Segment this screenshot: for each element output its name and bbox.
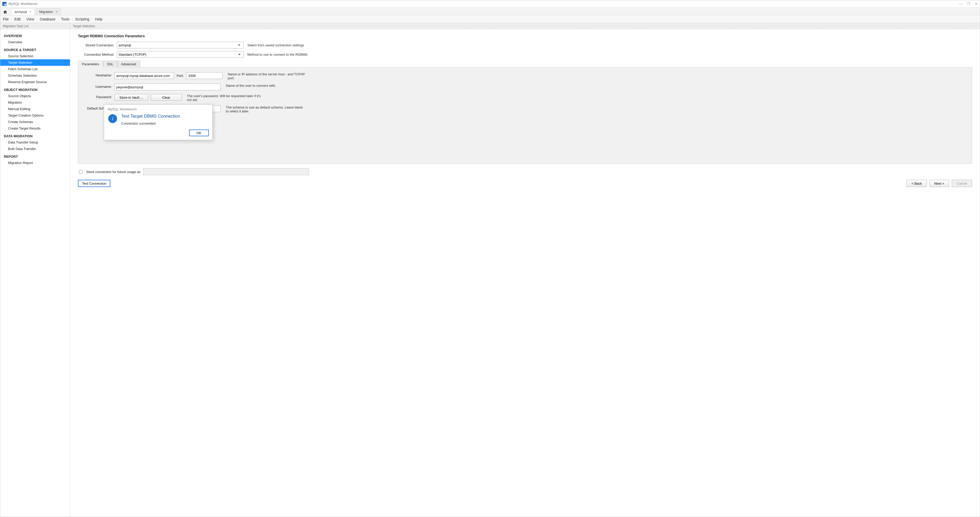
- test-connection-dialog: MySQL Workbench i Test Target DBMS Conne…: [104, 104, 213, 140]
- migration-task-sidebar: Migration Task List OVERVIEW Overview SO…: [0, 23, 70, 517]
- username-label: Username:: [83, 84, 115, 89]
- dialog-heading: Test Target DBMS Connection: [121, 114, 180, 119]
- close-icon[interactable]: ×: [30, 10, 32, 14]
- task-item-reverse-engineer[interactable]: Reverse Engineer Source: [0, 79, 70, 85]
- task-item-fetch-schemas[interactable]: Fetch Schemas List: [0, 66, 70, 72]
- username-input[interactable]: [115, 84, 221, 91]
- task-item-bulk-data-transfer[interactable]: Bulk Data Transfer: [0, 146, 70, 152]
- tab-ssl[interactable]: SSL: [103, 60, 117, 68]
- task-item-create-schemas[interactable]: Create Schemas: [0, 119, 70, 125]
- hostname-hint: Name or IP address of the server host - …: [228, 72, 305, 80]
- dialog-app-label: MySQL Workbench: [104, 105, 212, 111]
- username-hint: Name of the user to connect with.: [226, 84, 276, 87]
- task-item-source-objects[interactable]: Source Objects: [0, 93, 70, 99]
- menu-tools[interactable]: Tools: [61, 17, 70, 21]
- store-future-label: Store connection for future usage as: [86, 170, 141, 174]
- task-group-source-target: SOURCE & TARGET: [0, 45, 70, 53]
- menu-help[interactable]: Help: [95, 17, 103, 21]
- window-minimize-button[interactable]: —: [959, 2, 963, 6]
- task-group-object-migration: OBJECT MIGRATION: [0, 85, 70, 93]
- connection-inner-tabs: Parameters SSL Advanced: [78, 60, 972, 67]
- sidebar-header: Migration Task List: [0, 23, 70, 29]
- window-close-button[interactable]: ✕: [975, 2, 978, 6]
- content-area: Target Selection Target RDBMS Connection…: [70, 23, 980, 517]
- task-group-report: REPORT: [0, 152, 70, 159]
- port-input[interactable]: [186, 72, 223, 79]
- back-button[interactable]: < Back: [907, 180, 927, 187]
- clear-password-button[interactable]: Clear: [151, 94, 182, 101]
- dialog-message: Connection succeeded.: [121, 121, 180, 126]
- task-list: OVERVIEW Overview SOURCE & TARGET Source…: [0, 29, 70, 169]
- close-icon[interactable]: ×: [56, 10, 58, 14]
- store-future-checkbox[interactable]: [79, 170, 83, 174]
- titlebar: MySQL Workbench — ❐ ✕: [0, 0, 980, 8]
- hostname-input[interactable]: [115, 72, 174, 79]
- task-item-target-creation-options[interactable]: Target Creation Options: [0, 112, 70, 119]
- password-hint: The user's password. Will be requested l…: [187, 94, 265, 102]
- task-item-target-selection[interactable]: Target Selection: [0, 59, 70, 66]
- tab-migration[interactable]: Migration ×: [36, 8, 61, 15]
- stored-connection-select[interactable]: azmysql: [117, 42, 244, 48]
- test-connection-button[interactable]: Test Connection: [78, 180, 110, 187]
- next-button[interactable]: Next >: [929, 180, 949, 187]
- store-future-input[interactable]: [143, 169, 309, 175]
- task-item-migration[interactable]: Migration: [0, 99, 70, 106]
- home-icon[interactable]: [2, 10, 8, 15]
- app-title: MySQL Workbench: [8, 2, 38, 6]
- app-icon: [2, 2, 6, 6]
- task-group-overview: OVERVIEW: [0, 31, 70, 39]
- port-label: Port:: [177, 74, 184, 78]
- menu-edit[interactable]: Edit: [14, 17, 21, 21]
- connection-method-select[interactable]: Standard (TCP/IP): [117, 51, 244, 58]
- content-header: Target Selection: [70, 23, 980, 29]
- task-item-data-transfer-setup[interactable]: Data Transfer Setup: [0, 139, 70, 146]
- tab-parameters[interactable]: Parameters: [78, 60, 103, 68]
- hostname-label: Hostname:: [83, 72, 115, 77]
- dialog-ok-button[interactable]: OK: [189, 129, 209, 136]
- tab-label: Migration: [39, 10, 53, 14]
- content-title: Target Selection: [73, 24, 95, 28]
- menu-file[interactable]: File: [3, 17, 9, 21]
- task-item-overview[interactable]: Overview: [0, 39, 70, 45]
- menu-view[interactable]: View: [26, 17, 34, 21]
- section-title: Target RDBMS Connection Parameters: [78, 34, 972, 38]
- menubar: File Edit View Database Tools Scripting …: [0, 15, 980, 23]
- task-group-data-migration: DATA MIGRATION: [0, 132, 70, 139]
- store-in-vault-button[interactable]: Store in Vault ...: [115, 94, 148, 101]
- connection-method-label: Connection Method:: [78, 52, 117, 56]
- document-tabstrip: azmysql × Migration ×: [0, 8, 980, 15]
- task-item-schemas-selection[interactable]: Schemas Selection: [0, 72, 70, 79]
- tab-advanced[interactable]: Advanced: [117, 60, 140, 68]
- default-schema-hint: The schema to use as default schema. Lea…: [226, 105, 304, 113]
- stored-connection-hint: Select from saved connection settings: [247, 43, 304, 47]
- window-maximize-button[interactable]: ❐: [967, 2, 970, 6]
- task-item-migration-report[interactable]: Migration Report: [0, 159, 70, 166]
- tab-label: azmysql: [14, 10, 27, 14]
- tab-azmysql[interactable]: azmysql ×: [11, 8, 35, 15]
- password-label: Password:: [83, 94, 115, 99]
- task-item-manual-editing[interactable]: Manual Editing: [0, 106, 70, 112]
- menu-scripting[interactable]: Scripting: [75, 17, 89, 21]
- task-item-create-target-results[interactable]: Create Target Results: [0, 125, 70, 132]
- sidebar-title: Migration Task List: [3, 24, 29, 28]
- task-item-source-selection[interactable]: Source Selection: [0, 53, 70, 59]
- menu-database[interactable]: Database: [40, 17, 56, 21]
- stored-connection-label: Stored Connection:: [78, 43, 117, 47]
- info-icon: i: [108, 114, 117, 123]
- store-future-row: Store connection for future usage as: [78, 169, 972, 175]
- connection-method-hint: Method to use to connect to the RDBMS: [247, 52, 308, 56]
- cancel-button[interactable]: Cancel: [952, 180, 972, 187]
